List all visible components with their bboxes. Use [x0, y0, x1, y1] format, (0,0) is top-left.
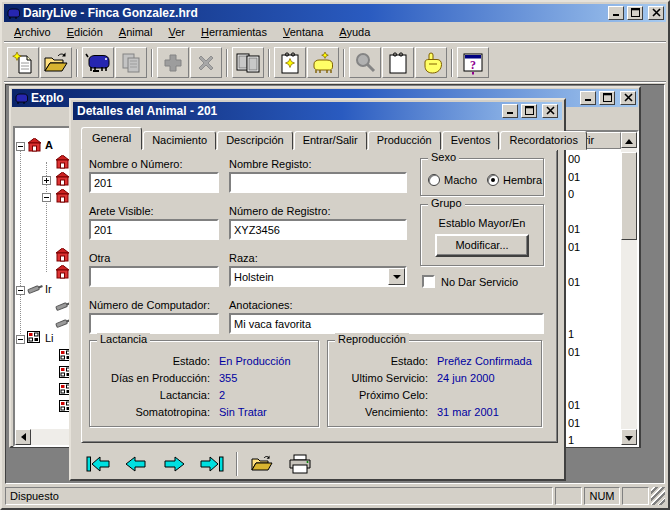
help-button[interactable]: ?	[457, 47, 489, 78]
report-button[interactable]	[382, 47, 414, 78]
otra-input[interactable]	[89, 266, 219, 287]
tab-eventos[interactable]: Eventos	[442, 131, 500, 150]
add-button[interactable]	[157, 47, 189, 78]
close-button[interactable]	[648, 6, 664, 20]
zoom-button[interactable]	[349, 47, 381, 78]
open-file-button[interactable]	[40, 47, 72, 78]
list-row[interactable]: 1	[568, 434, 574, 445]
list-row[interactable]: 00	[568, 153, 580, 168]
list-row[interactable]: 1	[568, 328, 574, 343]
modificar-button[interactable]: Modificar...	[435, 234, 529, 257]
list-row[interactable]: 01	[568, 171, 580, 186]
grid-icon[interactable]	[27, 331, 40, 343]
explorer-maximize-button[interactable]	[599, 91, 615, 105]
tab-produccion[interactable]: Producción	[368, 131, 441, 150]
raza-dropdown-button[interactable]	[388, 268, 405, 285]
copy-button[interactable]	[115, 47, 147, 78]
print-button[interactable]	[283, 451, 316, 476]
copy-records-button[interactable]	[232, 47, 264, 78]
explorer-minimize-button[interactable]	[580, 91, 596, 105]
find-animal-button[interactable]	[82, 47, 114, 78]
nav-last-button[interactable]	[195, 451, 228, 476]
tool-icon[interactable]	[27, 282, 43, 296]
barn-icon[interactable]	[27, 138, 42, 152]
menu-item-ventana[interactable]: Ventana	[275, 24, 331, 40]
tool-icon[interactable]	[55, 316, 69, 330]
list-row[interactable]: 01	[568, 223, 580, 238]
barn-icon[interactable]	[55, 265, 69, 279]
grid-icon[interactable]	[59, 366, 69, 378]
menu-item-archivo[interactable]: Archivo	[6, 24, 59, 40]
tree-item-label[interactable]: Li	[45, 332, 54, 344]
arete-visible-input[interactable]	[89, 219, 219, 240]
barn-icon[interactable]	[55, 172, 69, 186]
nombre-registro-input[interactable]	[229, 172, 407, 193]
grid-icon[interactable]	[59, 349, 69, 361]
list-row[interactable]: 0	[568, 188, 574, 203]
menu-item-edicion[interactable]: Edición	[59, 24, 111, 40]
barn-icon[interactable]	[55, 189, 69, 203]
new-animal-button[interactable]	[307, 47, 339, 78]
scrollbar-thumb[interactable]	[621, 152, 637, 240]
dialog-maximize-button[interactable]	[521, 104, 537, 118]
tab-descripcion[interactable]: Descripción	[217, 131, 292, 150]
tree-item-label[interactable]: Ir	[45, 283, 52, 295]
expander-minus-icon[interactable]	[16, 335, 25, 344]
explorer-close-button[interactable]	[620, 91, 636, 105]
tab-general[interactable]: General	[81, 127, 142, 150]
tab-recordatorios[interactable]: Recordatorios	[500, 131, 586, 150]
tree-item-label[interactable]: A	[45, 139, 53, 151]
tree-horizontal-scrollbar[interactable]	[15, 429, 69, 445]
tool-icon[interactable]	[55, 299, 69, 313]
pointer-hand-button[interactable]	[415, 47, 447, 78]
expander-minus-icon[interactable]	[42, 193, 51, 202]
new-document-button[interactable]	[7, 47, 39, 78]
new-event-button[interactable]	[274, 47, 306, 78]
menu-item-animal[interactable]: Animal	[111, 24, 161, 40]
dialog-minimize-button[interactable]	[502, 104, 518, 118]
grid-icon[interactable]	[59, 400, 69, 412]
nombre-o-numero-input[interactable]	[89, 172, 219, 193]
grid-icon[interactable]	[59, 383, 69, 395]
barn-icon[interactable]	[55, 248, 69, 262]
radio-hembra[interactable]	[487, 174, 499, 186]
barn-icon[interactable]	[55, 155, 69, 169]
open-record-button[interactable]	[245, 451, 278, 476]
scroll-up-button[interactable]	[621, 132, 637, 148]
lactancia-row-value: 2	[219, 389, 225, 401]
radio-macho[interactable]	[428, 174, 440, 186]
nav-next-button[interactable]	[157, 451, 190, 476]
resize-grip[interactable]	[651, 487, 665, 505]
list-row[interactable]: 01	[568, 346, 580, 361]
delete-button[interactable]	[190, 47, 222, 78]
list-vertical-scrollbar[interactable]	[621, 132, 637, 445]
minimize-button[interactable]	[608, 6, 624, 20]
raza-select[interactable]: Holstein	[229, 266, 407, 287]
maximize-button[interactable]	[627, 6, 643, 20]
menu-item-ayuda[interactable]: Ayuda	[331, 24, 378, 40]
status-bar: Dispuesto NUM	[4, 485, 666, 506]
list-row[interactable]: 01	[568, 241, 580, 256]
radio-macho-label[interactable]: Macho	[444, 174, 477, 186]
radio-hembra-label[interactable]: Hembra	[503, 174, 542, 186]
numero-de-registro-input[interactable]	[229, 219, 407, 240]
expander-plus-icon[interactable]	[42, 176, 51, 185]
menu-item-ver[interactable]: Ver	[160, 24, 193, 40]
list-row[interactable]: 01	[568, 399, 580, 414]
scroll-left-button[interactable]	[15, 429, 31, 445]
dialog-close-button[interactable]	[542, 104, 558, 118]
numero-de-computador-input[interactable]	[89, 313, 219, 334]
list-row[interactable]: 01	[568, 417, 580, 432]
nav-prev-button[interactable]	[119, 451, 152, 476]
nav-first-button[interactable]	[81, 451, 114, 476]
no-dar-servicio-checkbox[interactable]	[422, 275, 435, 288]
expander-minus-icon[interactable]	[16, 142, 25, 151]
tab-entrar-salir[interactable]: Entrar/Salir	[294, 131, 367, 150]
scroll-down-button[interactable]	[621, 429, 637, 445]
expander-minus-icon[interactable]	[16, 286, 25, 295]
tab-nacimiento[interactable]: Nacimiento	[143, 131, 216, 150]
list-row[interactable]: 01	[568, 276, 580, 291]
anotaciones-input[interactable]	[229, 313, 544, 334]
menu-item-herramientas[interactable]: Herramientas	[193, 24, 275, 40]
no-dar-servicio-label[interactable]: No Dar Servicio	[441, 276, 518, 288]
